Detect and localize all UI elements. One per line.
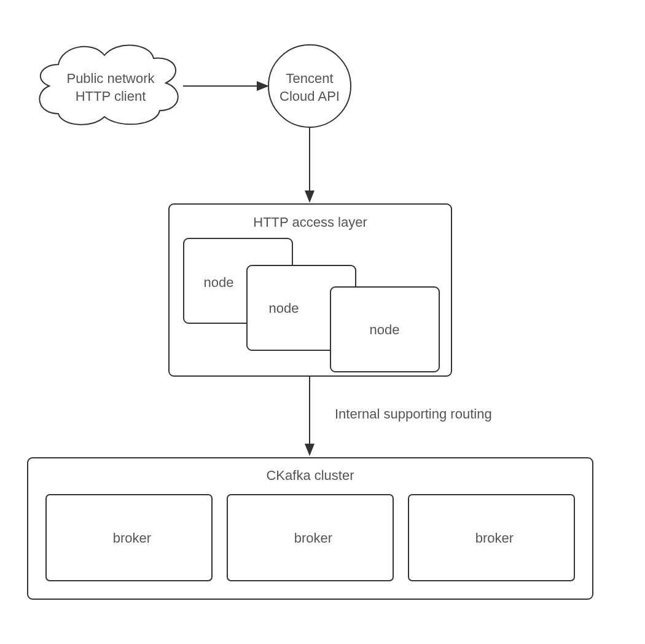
- node-label-2: node: [265, 300, 302, 318]
- api-line2: Cloud API: [280, 88, 340, 104]
- api-label: Tencent Cloud API: [273, 70, 346, 105]
- node-label-1: node: [200, 274, 237, 292]
- client-line2: HTTP client: [76, 88, 146, 104]
- architecture-diagram: Public network HTTP client Tencent Cloud…: [0, 0, 645, 644]
- routing-label: Internal supporting routing: [335, 406, 513, 423]
- broker-label-3: broker: [470, 530, 519, 548]
- client-line1: Public network: [66, 71, 154, 86]
- broker-label-1: broker: [108, 530, 157, 548]
- client-label: Public network HTTP client: [55, 70, 166, 105]
- api-line1: Tencent: [286, 71, 333, 86]
- broker-label-2: broker: [289, 530, 338, 548]
- access-layer-title: HTTP access layer: [230, 214, 390, 232]
- cluster-title: CKafka cluster: [249, 467, 372, 485]
- node-label-3: node: [366, 321, 403, 339]
